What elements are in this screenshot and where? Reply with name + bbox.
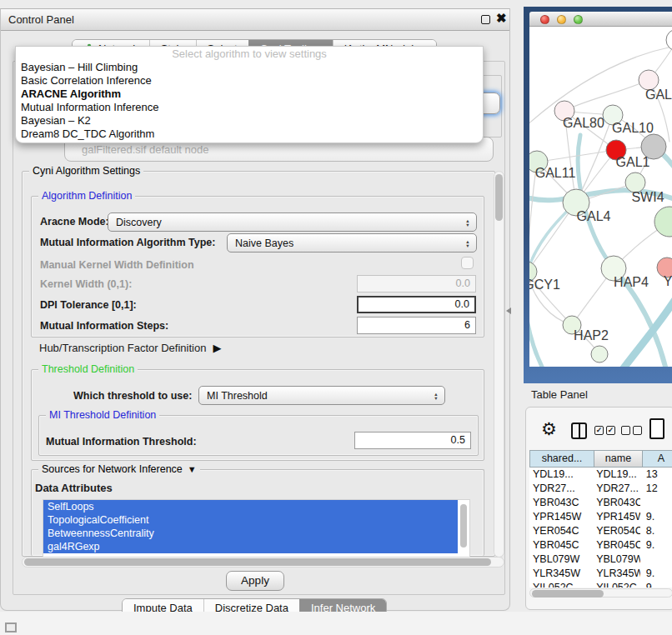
checked-box-icon: ✓	[594, 426, 604, 435]
minimize-window-icon[interactable]	[557, 15, 566, 24]
algorithm-option[interactable]: Mutual Information Inference	[16, 101, 483, 114]
table-cell	[640, 496, 672, 510]
table-cell: 9.	[640, 567, 672, 581]
table-cell: YER054C	[529, 524, 593, 538]
kernel-width-label: Kernel Width (0,1):	[40, 278, 132, 290]
data-attributes-list: SelfLoops TopologicalCoefficient Between…	[43, 499, 470, 558]
algorithm-definition-frame: Algorithm Definition Aracne Mode: Discov…	[31, 196, 484, 338]
select-all-columns-icon[interactable]: ✓ ✓	[594, 426, 615, 435]
algorithm-option[interactable]: Bayesian – K2	[16, 114, 483, 128]
close-window-icon[interactable]	[540, 15, 549, 24]
table-cell: YBL079W	[529, 552, 593, 567]
network-node-label: HAP2	[574, 328, 609, 342]
table-row[interactable]: YBR043CYBR043C	[529, 496, 672, 510]
panel-divider-arrow[interactable]	[506, 308, 511, 314]
table-cell: YLR345W	[593, 567, 640, 581]
list-item[interactable]: TopologicalCoefficient	[43, 513, 458, 527]
table-hscrollbar	[529, 588, 672, 598]
mi-type-value: Naive Bayes	[228, 238, 463, 249]
mi-threshold-label: Mutual Information Threshold:	[46, 436, 197, 448]
table-cell: 9.	[640, 581, 672, 588]
table-panel: ⚙ ✓ ✓ shared... name A YDL19...YDL19...1…	[525, 407, 672, 610]
network-node-label: Y	[664, 274, 672, 288]
network-node[interactable]	[591, 346, 608, 362]
network-node[interactable]	[654, 207, 672, 237]
table-row[interactable]: YIL052CYIL052C9.	[529, 581, 672, 588]
network-combobox-value: galFiltered.sif default node	[82, 143, 208, 156]
sources-toggle[interactable]: Sources for Network Inference ▼	[38, 463, 200, 475]
column-header-name[interactable]: name	[594, 450, 643, 468]
table-cell: YBR043C	[529, 496, 593, 510]
network-edge	[564, 80, 649, 111]
mi-type-label: Mutual Information Algorithm Type:	[40, 237, 215, 248]
network-window-titlebar[interactable]	[529, 12, 672, 27]
algorithm-option[interactable]: Basic Correlation Inference	[16, 74, 483, 88]
panel-grip-icon[interactable]	[5, 622, 17, 632]
threshold-definition-title: Threshold Definition	[38, 363, 138, 375]
algorithm-option[interactable]: Bayesian – Hill Climbing	[16, 61, 483, 74]
table-cell: YDR27...	[593, 482, 640, 496]
settings-frame-title: Cyni Algorithm Settings	[29, 165, 143, 177]
table-cell: YDL19...	[529, 468, 593, 482]
gear-icon[interactable]: ⚙	[541, 420, 557, 438]
table-cell: YBR043C	[593, 496, 640, 510]
network-node-label: GAL4	[577, 209, 611, 223]
table-cell: YLR345W	[529, 567, 593, 581]
maximize-window-icon[interactable]	[574, 15, 583, 24]
which-threshold-select[interactable]: MI Threshold ▴▾	[198, 386, 445, 405]
sources-frame: Sources for Network Inference ▼ Data Att…	[31, 469, 484, 556]
dpi-tolerance-field[interactable]: 0.0	[357, 296, 476, 313]
list-item[interactable]: BetweennessCentrality	[43, 527, 458, 540]
table-row[interactable]: YER054CYER054C8.	[529, 524, 672, 538]
new-table-icon[interactable]	[649, 418, 664, 439]
table-cell: YDR27...	[529, 482, 593, 496]
algorithm-dropdown-placeholder: Select algorithm to view settings	[16, 47, 483, 61]
algorithm-option[interactable]: Dream8 DC_TDC Algorithm	[16, 128, 483, 141]
table-row[interactable]: YBR045CYBR045C9.	[529, 538, 672, 552]
close-panel-icon[interactable]: ✖	[496, 11, 507, 26]
network-graph: GALGAL80GAL10GAL1GAL11SWI4GAL4GCY1HAP4YH…	[529, 27, 672, 367]
table-cell: 9.	[640, 538, 672, 552]
float-panel-icon[interactable]	[481, 15, 490, 24]
hub-definition-toggle[interactable]: Hub/Transcription Factor Definition ▶	[39, 342, 221, 354]
network-view-window: GALGAL80GAL10GAL1GAL11SWI4GAL4GCY1HAP4YH…	[524, 7, 672, 383]
column-header-shared-name[interactable]: shared...	[529, 450, 594, 468]
control-panel-titlebar[interactable]: Control Panel ✖	[1, 9, 509, 31]
table-row[interactable]: YBL079WYBL079W	[529, 552, 672, 567]
algorithm-dropdown-popup: Select algorithm to view settings Bayesi…	[15, 46, 484, 143]
settings-vscrollbar-thumb[interactable]	[495, 174, 503, 221]
table-row[interactable]: YLR345WYLR345W9.	[529, 567, 672, 581]
column-header-third[interactable]: A	[643, 450, 672, 468]
table-cell: YBR045C	[593, 538, 640, 552]
settings-hscrollbar-thumb[interactable]	[24, 558, 491, 566]
collapse-down-icon: ▼	[188, 464, 197, 474]
network-canvas[interactable]: GALGAL80GAL10GAL1GAL11SWI4GAL4GCY1HAP4YH…	[529, 27, 672, 367]
mi-steps-field[interactable]: 6	[357, 317, 476, 334]
mi-steps-label: Mutual Information Steps:	[40, 320, 168, 332]
table-row[interactable]: YPR145WYPR145W9.	[529, 510, 672, 524]
table-row[interactable]: YDR27...YDR27...12	[529, 482, 672, 496]
deselect-all-columns-icon[interactable]	[621, 426, 642, 435]
table-header-row: shared... name A	[529, 450, 672, 468]
dpi-tolerance-label: DPI Tolerance [0,1]:	[40, 299, 137, 311]
mi-threshold-definition-frame: MI Threshold Definition Mutual Informati…	[38, 415, 479, 456]
aracne-mode-value: Discovery	[108, 217, 463, 228]
algorithm-option-selected[interactable]: ARACNE Algorithm	[16, 88, 483, 101]
columns-icon[interactable]	[571, 422, 587, 439]
table-row[interactable]: YDL19...YDL19...13	[529, 468, 672, 482]
mi-algorithm-type-select[interactable]: Naive Bayes ▴▾	[227, 233, 477, 252]
list-scrollbar-thumb[interactable]	[460, 504, 467, 548]
list-item[interactable]: gal4RGexp	[43, 540, 458, 553]
network-node-label: HAP4	[614, 275, 649, 289]
table-hscrollbar-thumb[interactable]	[532, 590, 604, 598]
mi-threshold-definition-title: MI Threshold Definition	[46, 409, 159, 421]
hub-definition-label: Hub/Transcription Factor Definition	[39, 342, 206, 354]
list-item[interactable]: SelfLoops	[43, 500, 458, 513]
kernel-width-value: 0.0	[456, 278, 470, 289]
mi-threshold-field[interactable]: 0.5	[354, 432, 471, 449]
apply-button[interactable]: Apply	[226, 571, 284, 591]
aracne-mode-select[interactable]: Discovery ▴▾	[108, 212, 477, 232]
table-cell: YIL052C	[529, 581, 593, 588]
which-threshold-value: MI Threshold	[199, 390, 431, 402]
algorithm-definition-title: Algorithm Definition	[38, 190, 135, 202]
